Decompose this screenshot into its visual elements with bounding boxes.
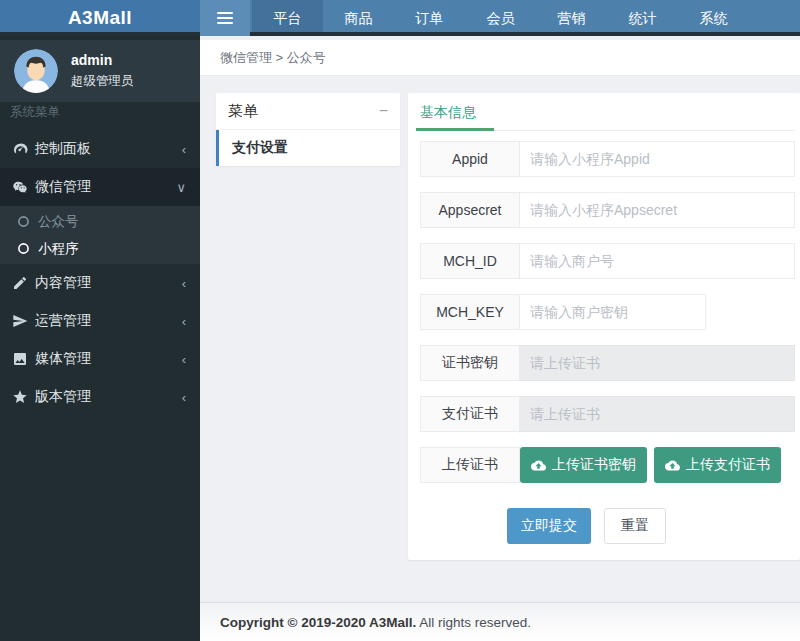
top-navbar: 平台 商品 订单 会员 营销 统计 系统: [200, 0, 800, 36]
chevron-down-icon: ∨: [176, 181, 186, 194]
sidebar-subitem-official-account[interactable]: 公众号: [0, 208, 200, 235]
cert-key-label: 证书密钥: [420, 345, 520, 381]
wechat-submenu: 公众号 小程序: [0, 206, 200, 264]
wechat-icon: [12, 179, 28, 195]
appid-input[interactable]: [520, 141, 795, 177]
menu-panel: 菜单 − 支付设置: [216, 93, 400, 166]
collapse-icon[interactable]: −: [379, 103, 388, 119]
sidebar-item-version[interactable]: 版本管理 ‹: [0, 378, 200, 416]
tabs: 基本信息: [420, 93, 795, 131]
circle-o-icon: [17, 215, 30, 228]
chevron-left-icon: ‹: [182, 277, 186, 290]
upload-cert-key-button[interactable]: 上传证书密钥: [520, 447, 647, 483]
submit-row: 立即提交 重置: [507, 508, 795, 544]
sidebar: admin 超级管理员 系统菜单 控制面板 ‹ 微信管理 ∨: [0, 0, 200, 641]
cert-key-input: [520, 345, 795, 381]
reset-button[interactable]: 重置: [604, 508, 666, 544]
menu-panel-header: 菜单 −: [216, 93, 400, 130]
upload-cert-label: 上传证书: [420, 447, 520, 483]
tab-basic-info[interactable]: 基本信息: [420, 93, 480, 122]
footer-copyright: Copyright © 2019-2020 A3Mall.: [220, 615, 416, 630]
user-name: admin: [71, 52, 134, 68]
footer-rights: All rights reserved.: [416, 615, 531, 630]
sidebar-item-dashboard[interactable]: 控制面板 ‹: [0, 130, 200, 168]
content-area: 菜单 − 支付设置 基本信息 Appid Appsecret MCH_ID: [200, 76, 800, 602]
sidebar-subitem-label: 公众号: [38, 213, 79, 231]
nav-item-members[interactable]: 会员: [465, 0, 536, 32]
footer: Copyright © 2019-2020 A3Mall. All rights…: [200, 602, 800, 641]
sidebar-menu: 控制面板 ‹ 微信管理 ∨ 公众号: [0, 130, 200, 416]
sidebar-subitem-label: 小程序: [38, 240, 79, 258]
form-row-pay-cert: 支付证书: [420, 396, 795, 432]
sidebar-item-label: 内容管理: [35, 274, 91, 292]
edit-icon: [12, 275, 28, 291]
appid-label: Appid: [420, 141, 520, 177]
app-logo: A3Mall: [0, 0, 200, 36]
mch-key-label: MCH_KEY: [420, 294, 520, 330]
sidebar-item-label: 运营管理: [35, 312, 91, 330]
dashboard-icon: [12, 141, 28, 157]
sidebar-item-wechat[interactable]: 微信管理 ∨: [0, 168, 200, 206]
cloud-upload-icon: [531, 458, 546, 473]
mch-key-input[interactable]: [520, 294, 706, 330]
chevron-left-icon: ‹: [182, 143, 186, 156]
send-icon: [12, 313, 28, 329]
sidebar-item-content[interactable]: 内容管理 ‹: [0, 264, 200, 302]
form-panel: 基本信息 Appid Appsecret MCH_ID MCH_KEY 证书密钥: [408, 93, 800, 560]
chevron-left-icon: ‹: [182, 353, 186, 366]
user-meta: admin 超级管理员: [71, 52, 134, 90]
form-row-mch-id: MCH_ID: [420, 243, 795, 279]
nav-item-marketing[interactable]: 营销: [536, 0, 607, 32]
mch-id-label: MCH_ID: [420, 243, 520, 279]
image-icon: [12, 351, 28, 367]
sidebar-item-label: 媒体管理: [35, 350, 91, 368]
circle-o-icon: [17, 242, 30, 255]
form-row-cert-key: 证书密钥: [420, 345, 795, 381]
cloud-upload-icon: [665, 458, 680, 473]
user-role: 超级管理员: [71, 73, 134, 90]
sidebar-item-media[interactable]: 媒体管理 ‹: [0, 340, 200, 378]
pay-cert-label: 支付证书: [420, 396, 520, 432]
menu-panel-item-payment-settings[interactable]: 支付设置: [216, 130, 400, 166]
sidebar-item-label: 版本管理: [35, 388, 91, 406]
mch-id-input[interactable]: [520, 243, 795, 279]
sidebar-item-operations[interactable]: 运营管理 ‹: [0, 302, 200, 340]
nav-item-platform[interactable]: 平台: [252, 0, 323, 32]
form-row-upload-cert: 上传证书 上传证书密钥 上传支付证书: [420, 447, 795, 483]
avatar: [14, 49, 58, 93]
person-avatar-icon: [14, 49, 58, 93]
menu-panel-title: 菜单: [228, 102, 258, 121]
nav-item-statistics[interactable]: 统计: [607, 0, 678, 32]
nav-items: 平台 商品 订单 会员 营销 统计 系统: [252, 0, 749, 32]
sidebar-toggle-button[interactable]: [200, 0, 250, 36]
hamburger-icon: [217, 12, 233, 14]
nav-item-goods[interactable]: 商品: [323, 0, 394, 32]
appsecret-input[interactable]: [520, 192, 795, 228]
form-row-appsecret: Appsecret: [420, 192, 795, 228]
chevron-left-icon: ‹: [182, 315, 186, 328]
pay-cert-input: [520, 396, 795, 432]
chevron-left-icon: ‹: [182, 391, 186, 404]
sidebar-section-title: 系统菜单: [0, 104, 200, 121]
star-icon: [12, 389, 28, 405]
sidebar-item-label: 控制面板: [35, 140, 91, 158]
upload-buttons: 上传证书密钥 上传支付证书: [520, 447, 781, 483]
form-row-mch-key: MCH_KEY: [420, 294, 795, 330]
form-row-appid: Appid: [420, 141, 795, 177]
tab-active-underline: [416, 128, 494, 131]
upload-pay-cert-button[interactable]: 上传支付证书: [654, 447, 781, 483]
appsecret-label: Appsecret: [420, 192, 520, 228]
breadcrumb: 微信管理 > 公众号: [200, 40, 800, 76]
nav-item-orders[interactable]: 订单: [394, 0, 465, 32]
user-panel: admin 超级管理员: [0, 40, 200, 102]
submit-button[interactable]: 立即提交: [507, 508, 591, 544]
admin-app: admin 超级管理员 系统菜单 控制面板 ‹ 微信管理 ∨: [0, 0, 800, 641]
sidebar-item-label: 微信管理: [35, 178, 91, 196]
nav-item-system[interactable]: 系统: [678, 0, 749, 32]
sidebar-subitem-mini-program[interactable]: 小程序: [0, 235, 200, 262]
